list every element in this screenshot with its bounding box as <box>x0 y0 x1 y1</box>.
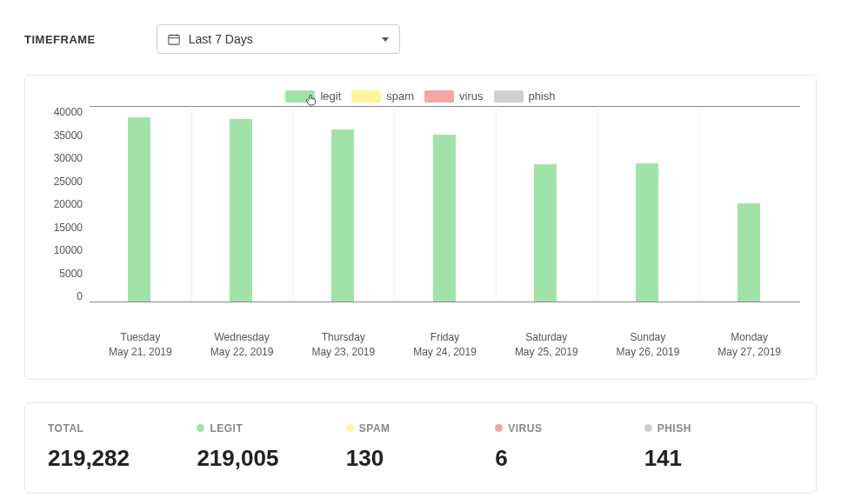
total-value: 219,005 <box>197 445 345 472</box>
legend-swatch-phish <box>494 90 524 103</box>
bar-group <box>636 163 658 302</box>
bar-legit[interactable] <box>433 135 456 302</box>
dot-icon <box>644 424 652 432</box>
bar-legit[interactable] <box>534 164 557 302</box>
y-tick: 10000 <box>54 244 83 256</box>
x-axis-labels: TuesdayMay 21, 2019WednesdayMay 22, 2019… <box>90 330 800 360</box>
legend-swatch-virus <box>424 90 454 103</box>
caret-down-icon <box>382 37 389 42</box>
legend-item-legit[interactable]: legit <box>285 90 341 103</box>
dot-icon <box>197 424 204 432</box>
timeframe-selected: Last 7 Days <box>189 32 253 46</box>
y-tick: 15000 <box>54 222 83 234</box>
x-label: TuesdayMay 21, 2019 <box>90 330 191 360</box>
x-label: MondayMay 27, 2019 <box>698 330 800 360</box>
x-label: SundayMay 26, 2019 <box>597 330 699 360</box>
total-value: 130 <box>346 445 495 472</box>
gridline-vertical <box>698 106 699 302</box>
bar-group <box>230 119 252 302</box>
gridline <box>90 106 800 107</box>
legend-swatch-legit <box>285 90 315 103</box>
legend-swatch-spam <box>351 90 381 103</box>
total-value: 219,282 <box>48 445 197 472</box>
bar-legit[interactable] <box>636 163 658 302</box>
bar-group <box>738 203 760 302</box>
y-axis: 4000035000300002500020000150001000050000 <box>41 106 90 302</box>
y-tick: 20000 <box>54 198 83 210</box>
svg-rect-0 <box>169 36 179 45</box>
legend-label: legit <box>320 90 341 103</box>
total-overall: TOTAL 219,282 <box>48 422 197 472</box>
legend-item-spam[interactable]: spam <box>351 90 414 103</box>
bar-group <box>331 129 354 302</box>
timeframe-select[interactable]: Last 7 Days <box>157 24 400 54</box>
total-label-text: PHISH <box>657 422 691 434</box>
y-tick: 35000 <box>54 129 83 142</box>
y-tick: 0 <box>77 290 83 302</box>
gridline-vertical <box>191 106 192 302</box>
bar-group <box>433 135 456 302</box>
gridline-vertical <box>597 106 598 302</box>
bar-group <box>128 117 150 302</box>
total-value: 141 <box>644 445 793 472</box>
bar-legit[interactable] <box>738 203 760 302</box>
total-legit: LEGIT219,005 <box>197 422 345 472</box>
timeframe-label: TIMEFRAME <box>24 33 96 46</box>
legend-label: virus <box>459 90 483 103</box>
gridline-vertical <box>496 106 497 302</box>
bar-group <box>534 164 557 302</box>
total-label: TOTAL <box>48 422 83 434</box>
total-label-text: SPAM <box>359 422 390 434</box>
calendar-icon <box>168 33 180 45</box>
total-value: 6 <box>495 445 644 472</box>
y-tick: 30000 <box>54 152 83 164</box>
y-tick: 25000 <box>54 176 83 188</box>
bar-legit[interactable] <box>331 129 354 302</box>
total-spam: SPAM130 <box>346 422 495 472</box>
bar-legit[interactable] <box>128 117 150 302</box>
legend-item-virus[interactable]: virus <box>424 90 483 103</box>
y-tick: 40000 <box>54 106 83 118</box>
x-label: WednesdayMay 22, 2019 <box>191 330 293 360</box>
gridline-vertical <box>292 106 293 302</box>
gridline-vertical <box>394 106 395 302</box>
total-label-text: VIRUS <box>508 422 542 434</box>
total-label-text: LEGIT <box>210 422 243 434</box>
total-virus: VIRUS6 <box>495 422 644 472</box>
bar-legit[interactable] <box>230 119 252 302</box>
legend-label: phish <box>529 90 556 103</box>
x-label: FridayMay 24, 2019 <box>394 330 496 360</box>
chart-plot <box>90 106 800 302</box>
y-tick: 5000 <box>59 268 83 280</box>
legend-label: spam <box>386 90 414 103</box>
dot-icon <box>495 424 503 432</box>
x-label: ThursdayMay 23, 2019 <box>292 330 394 360</box>
x-label: SaturdayMay 25, 2019 <box>496 330 597 360</box>
chart-panel: legitspamvirusphish 40000350003000025000… <box>24 75 817 380</box>
dot-icon <box>346 424 354 432</box>
totals-panel: TOTAL 219,282 LEGIT219,005SPAM130VIRUS6P… <box>24 402 817 494</box>
legend-item-phish[interactable]: phish <box>494 90 556 103</box>
chart-legend: legitspamvirusphish <box>41 90 800 103</box>
total-phish: PHISH141 <box>644 422 793 472</box>
